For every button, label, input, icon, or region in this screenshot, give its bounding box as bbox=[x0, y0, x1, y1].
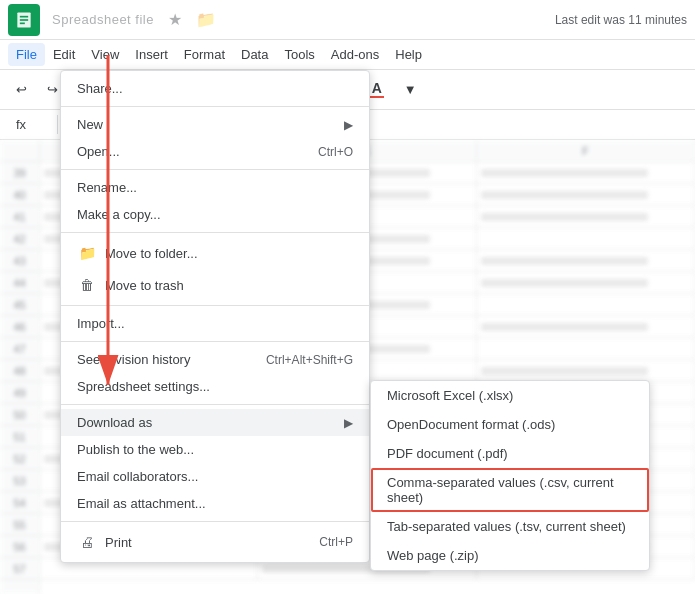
cell-f46 bbox=[477, 316, 695, 338]
move-folder-label: Move to folder... bbox=[105, 246, 198, 261]
file-menu-print[interactable]: 🖨 Print Ctrl+P bbox=[61, 526, 369, 558]
revision-shortcut: Ctrl+Alt+Shift+G bbox=[266, 353, 353, 367]
make-copy-label: Make a copy... bbox=[77, 207, 161, 222]
download-xlsx[interactable]: Microsoft Excel (.xlsx) bbox=[371, 381, 649, 410]
cell-f44 bbox=[477, 272, 695, 294]
row-num-44: 44 bbox=[0, 272, 39, 294]
file-menu-new[interactable]: New ▶ bbox=[61, 111, 369, 138]
row-num-48: 48 bbox=[0, 360, 39, 382]
sheets-logo bbox=[8, 4, 40, 36]
file-menu-publish[interactable]: Publish to the web... bbox=[61, 436, 369, 463]
row-num-50: 50 bbox=[0, 404, 39, 426]
row-num-46: 46 bbox=[0, 316, 39, 338]
pdf-label: PDF document (.pdf) bbox=[387, 446, 508, 461]
file-menu-import[interactable]: Import... bbox=[61, 310, 369, 337]
file-menu-section-1: Share... bbox=[61, 71, 369, 107]
open-label: Open... bbox=[77, 144, 120, 159]
print-shortcut: Ctrl+P bbox=[319, 535, 353, 549]
cell-f48 bbox=[477, 360, 695, 382]
file-menu-dropdown: Share... New ▶ Open... Ctrl+O Rename... … bbox=[60, 70, 370, 563]
file-menu-section-2: New ▶ Open... Ctrl+O bbox=[61, 107, 369, 170]
file-menu-make-copy[interactable]: Make a copy... bbox=[61, 201, 369, 228]
menu-addons[interactable]: Add-ons bbox=[323, 43, 387, 66]
row-num-43: 43 bbox=[0, 250, 39, 272]
row-num-54: 54 bbox=[0, 492, 39, 514]
xlsx-label: Microsoft Excel (.xlsx) bbox=[387, 388, 513, 403]
move-trash-label: Move to trash bbox=[105, 278, 184, 293]
file-menu-open[interactable]: Open... Ctrl+O bbox=[61, 138, 369, 165]
file-menu-email-collab[interactable]: Email collaborators... bbox=[61, 463, 369, 490]
download-csv[interactable]: Comma-separated values (.csv, current sh… bbox=[371, 468, 649, 512]
new-arrow-icon: ▶ bbox=[344, 118, 353, 132]
menu-format[interactable]: Format bbox=[176, 43, 233, 66]
file-menu-move-folder[interactable]: 📁 Move to folder... bbox=[61, 237, 369, 269]
svg-rect-1 bbox=[20, 15, 28, 17]
row-num-39: 39 bbox=[0, 162, 39, 184]
row-num-53: 53 bbox=[0, 470, 39, 492]
menu-insert[interactable]: Insert bbox=[127, 43, 176, 66]
download-submenu: Microsoft Excel (.xlsx) OpenDocument for… bbox=[370, 380, 650, 571]
import-label: Import... bbox=[77, 316, 125, 331]
download-zip[interactable]: Web page (.zip) bbox=[371, 541, 649, 570]
publish-label: Publish to the web... bbox=[77, 442, 194, 457]
file-menu-section-6: See revision history Ctrl+Alt+Shift+G Sp… bbox=[61, 342, 369, 405]
file-menu-download[interactable]: Download as ▶ bbox=[61, 409, 369, 436]
file-menu-share[interactable]: Share... bbox=[61, 75, 369, 102]
row-num-52: 52 bbox=[0, 448, 39, 470]
cell-f47 bbox=[477, 338, 695, 360]
share-label: Share... bbox=[77, 81, 123, 96]
download-tsv[interactable]: Tab-separated values (.tsv, current shee… bbox=[371, 512, 649, 541]
row-num-56: 56 bbox=[0, 536, 39, 558]
menu-data[interactable]: Data bbox=[233, 43, 276, 66]
file-title: Spreadsheet file ★ 📁 bbox=[48, 9, 545, 30]
download-pdf[interactable]: PDF document (.pdf) bbox=[371, 439, 649, 468]
menu-bar: File Edit View Insert Format Data Tools … bbox=[0, 40, 695, 70]
file-menu-section-7: Download as ▶ Publish to the web... Emai… bbox=[61, 405, 369, 522]
file-menu-revision[interactable]: See revision history Ctrl+Alt+Shift+G bbox=[61, 346, 369, 373]
menu-view[interactable]: View bbox=[83, 43, 127, 66]
file-menu-section-4: 📁 Move to folder... 🗑 Move to trash bbox=[61, 233, 369, 306]
trash-icon: 🗑 bbox=[77, 275, 97, 295]
csv-label: Comma-separated values (.csv, current sh… bbox=[387, 475, 633, 505]
revision-label: See revision history bbox=[77, 352, 190, 367]
menu-help[interactable]: Help bbox=[387, 43, 430, 66]
row-num-55: 55 bbox=[0, 514, 39, 536]
row-num-42: 42 bbox=[0, 228, 39, 250]
download-label: Download as bbox=[77, 415, 152, 430]
file-menu-email-attach[interactable]: Email as attachment... bbox=[61, 490, 369, 517]
rename-label: Rename... bbox=[77, 180, 137, 195]
file-menu-rename[interactable]: Rename... bbox=[61, 174, 369, 201]
print-icon: 🖨 bbox=[77, 532, 97, 552]
fill-color-button[interactable]: ▼ bbox=[396, 78, 425, 101]
download-arrow-icon: ▶ bbox=[344, 416, 353, 430]
undo-button[interactable]: ↩ bbox=[8, 78, 35, 101]
svg-rect-3 bbox=[20, 22, 25, 24]
cell-f43 bbox=[477, 250, 695, 272]
cell-f45 bbox=[477, 294, 695, 316]
email-collab-label: Email collaborators... bbox=[77, 469, 198, 484]
row-numbers: 39 40 41 42 43 44 45 46 47 48 49 50 51 5… bbox=[0, 140, 40, 594]
row-num-49: 49 bbox=[0, 382, 39, 404]
file-menu-move-trash[interactable]: 🗑 Move to trash bbox=[61, 269, 369, 301]
ods-label: OpenDocument format (.ods) bbox=[387, 417, 555, 432]
cell-f41 bbox=[477, 206, 695, 228]
row-num-spacer bbox=[0, 140, 39, 162]
zip-label: Web page (.zip) bbox=[387, 548, 479, 563]
print-label: Print bbox=[105, 535, 132, 550]
menu-tools[interactable]: Tools bbox=[276, 43, 322, 66]
file-menu-section-8: 🖨 Print Ctrl+P bbox=[61, 522, 369, 562]
menu-edit[interactable]: Edit bbox=[45, 43, 83, 66]
row-num-40: 40 bbox=[0, 184, 39, 206]
download-ods[interactable]: OpenDocument format (.ods) bbox=[371, 410, 649, 439]
last-edit-label: Last edit was 11 minutes bbox=[555, 13, 687, 27]
row-num-47: 47 bbox=[0, 338, 39, 360]
new-label: New bbox=[77, 117, 103, 132]
folder-icon: 📁 bbox=[77, 243, 97, 263]
file-menu-section-3: Rename... Make a copy... bbox=[61, 170, 369, 233]
menu-file[interactable]: File bbox=[8, 43, 45, 66]
row-num-45: 45 bbox=[0, 294, 39, 316]
col-f: F bbox=[477, 140, 695, 162]
file-menu-settings[interactable]: Spreadsheet settings... bbox=[61, 373, 369, 400]
cell-f39 bbox=[477, 162, 695, 184]
settings-label: Spreadsheet settings... bbox=[77, 379, 210, 394]
